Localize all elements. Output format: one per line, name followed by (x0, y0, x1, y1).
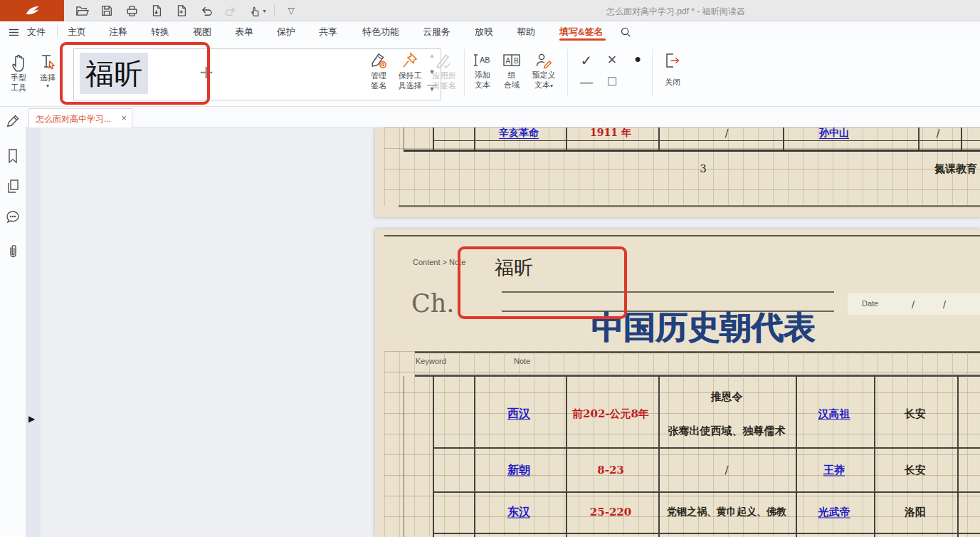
manage-signature-button[interactable]: 管理 签名 (363, 51, 394, 90)
check-stamp-button[interactable]: ✓ (578, 52, 595, 69)
pdf-link-sunzhongshan[interactable]: 孙中山 (819, 127, 849, 140)
document-viewport: ▶ 辛亥革命 1911 年 / 孙中山 / 3 氮课教育 (26, 127, 980, 537)
app-window: ▾ ▽ 怎么面对高中学习.pdf * - 福昕阅读器 文件 主页 注释 转换 视… (0, 0, 980, 537)
svg-text:B: B (514, 57, 519, 65)
date-slash-2: / (943, 300, 946, 310)
menu-item-convert[interactable]: 转换 (151, 26, 169, 38)
hand-select-icon[interactable]: ▾ (246, 4, 270, 18)
svg-text:AB: AB (480, 56, 490, 64)
document-tab[interactable]: 怎么面对高中学习... × (28, 108, 132, 127)
table-cell-period: 前202-公元8年 (572, 407, 649, 421)
add-text-button[interactable]: AB 添加 文本 (468, 51, 497, 90)
dot-stamp-button[interactable]: ● (629, 53, 646, 66)
app-logo[interactable] (0, 0, 64, 21)
pages-icon[interactable] (5, 178, 21, 195)
hamburger-icon[interactable] (6, 25, 21, 39)
table-link-dynasty[interactable]: 东汉 (507, 505, 530, 520)
new-document-icon[interactable] (174, 4, 189, 18)
line-stamp-button[interactable]: — (578, 75, 595, 90)
menu-item-home[interactable]: 主页 (68, 26, 86, 38)
ribbon-separator (652, 49, 653, 96)
table-cell-note-top: 推恩令 (711, 390, 743, 404)
table-row-border (433, 491, 980, 493)
foxit-logo-icon (21, 4, 43, 18)
table-cell-capital: 洛阳 (905, 506, 926, 519)
cross-stamp-button[interactable]: × (604, 51, 621, 69)
menu-item-help[interactable]: 帮助 (517, 26, 535, 38)
keep-tool-selected-button[interactable]: 保持工 具选择 (394, 51, 426, 90)
menu-item-fill-sign[interactable]: 填写&签名 (559, 26, 603, 38)
apply-all-signatures-button[interactable]: 应用所 有签名 (427, 51, 461, 90)
close-fill-sign-button[interactable]: 关闭 (658, 51, 687, 87)
titlebar: ▾ ▽ 怎么面对高中学习.pdf * - 福昕阅读器 (0, 0, 980, 21)
brand-watermark: 氮课教育 (934, 162, 977, 176)
tab-close-icon[interactable]: × (121, 113, 127, 123)
table-row-border (433, 447, 980, 449)
ribbon-fill-sign: 手型 工具 选择 ▾ 福昕 + ▲ ▼ ▼ 管理 签名 (0, 41, 980, 107)
table-link-founder[interactable]: 汉高祖 (818, 407, 850, 421)
redo-icon[interactable] (222, 4, 238, 18)
table-cell-capital: 长安 (905, 407, 926, 421)
pdf-text-period: 1911 年 (590, 127, 631, 140)
qat-customize-icon[interactable]: ▽ (283, 4, 299, 18)
bookmarks-icon[interactable] (5, 147, 21, 165)
table-cell-period: 8-23 (597, 464, 624, 476)
menu-item-form[interactable]: 表单 (235, 26, 253, 38)
menu-item-share[interactable]: 共享 (319, 26, 337, 38)
undo-icon[interactable] (199, 4, 214, 18)
left-panel-sidebar (0, 107, 26, 537)
export-page-icon[interactable] (149, 4, 164, 18)
attachments-icon[interactable] (5, 243, 21, 260)
pdf-text-note: / (725, 127, 729, 139)
annotate-pencil-icon[interactable] (5, 113, 21, 129)
menu-item-features[interactable]: 特色功能 (362, 26, 399, 38)
page-footer-rule (399, 205, 980, 207)
open-file-icon[interactable] (74, 4, 90, 18)
hand-tool-button[interactable]: 手型 工具 (4, 53, 33, 93)
pdf-page-1: 辛亥革命 1911 年 / 孙中山 / 3 氮课教育 (375, 127, 980, 217)
combine-field-button[interactable]: A B 组 合域 (497, 51, 526, 90)
table-cell-note: 党锢之祸、黄巾起义、佛教 (667, 506, 786, 518)
table-link-dynasty[interactable]: 新朝 (507, 463, 530, 478)
select-tool-button[interactable]: 选择 ▾ (34, 53, 61, 90)
table-link-founder[interactable]: 王莽 (823, 464, 845, 477)
comments-icon[interactable] (5, 209, 21, 225)
pdf-text-capital: / (937, 127, 940, 139)
predefined-text-button[interactable]: 预定义 文本▾ (527, 51, 560, 90)
titlebar-separator (274, 5, 275, 16)
svg-text:A: A (506, 57, 511, 65)
ribbon-separator (464, 49, 465, 96)
document-tabbar: 怎么面对高中学习... × (26, 107, 980, 127)
table-cell-note: / (725, 464, 728, 476)
menu-item-protect[interactable]: 保护 (277, 26, 295, 38)
pdf-link-xinhai[interactable]: 辛亥革命 (499, 127, 539, 140)
table-cell-capital: 长安 (905, 464, 926, 477)
menubar: 文件 主页 注释 转换 视图 表单 保护 共享 特色功能 云服务 放映 帮助 填… (0, 21, 980, 41)
placed-signature[interactable]: 福昕 (495, 255, 533, 281)
menu-item-view[interactable]: 视图 (193, 26, 211, 38)
page-top-rule (384, 235, 980, 236)
menu-item-present[interactable]: 放映 (475, 26, 493, 38)
table-cell-period: 25-220 (590, 506, 631, 518)
table-cell-note-bottom: 张骞出使西域、独尊儒术 (668, 424, 786, 438)
date-label: Date (862, 299, 878, 308)
save-icon[interactable] (99, 4, 115, 18)
menu-separator (57, 26, 58, 36)
signature-preview[interactable]: 福昕 (80, 53, 148, 94)
print-icon[interactable] (124, 4, 139, 18)
add-signature-button[interactable]: + (199, 55, 214, 89)
menu-item-comment[interactable]: 注释 (109, 26, 127, 38)
tab-title: 怎么面对高中学习... (36, 113, 111, 125)
nav-panel-gutter (26, 127, 41, 537)
window-title: 怎么面对高中学习.pdf * - 福昕阅读器 (606, 6, 745, 18)
menu-item-cloud[interactable]: 云服务 (423, 26, 451, 38)
table-link-founder[interactable]: 光武帝 (818, 506, 850, 519)
search-icon[interactable] (618, 25, 633, 39)
ribbon-separator (567, 49, 568, 96)
square-stamp-button[interactable]: □ (604, 73, 621, 89)
date-slash-1: / (912, 300, 915, 310)
table-row-border (433, 533, 980, 534)
table-link-dynasty[interactable]: 西汉 (507, 407, 530, 422)
panel-expand-handle[interactable]: ▶ (28, 414, 35, 424)
menu-item-file[interactable]: 文件 (27, 26, 46, 38)
